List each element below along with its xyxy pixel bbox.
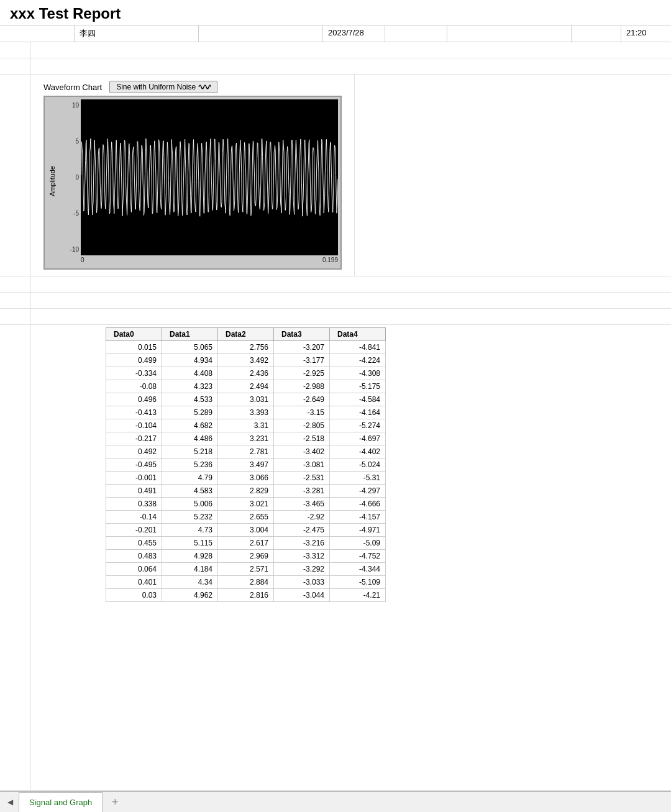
table-data-cell: -3.033 bbox=[274, 576, 330, 589]
table-data-cell: 0.499 bbox=[106, 354, 162, 367]
table-data-cell: 4.934 bbox=[162, 354, 218, 367]
table-data-cell: 4.533 bbox=[162, 393, 218, 406]
table-data-cell: 5.232 bbox=[162, 511, 218, 524]
waveform-label: Waveform Chart bbox=[43, 83, 102, 92]
tab-sheet-label: Signal and Graph bbox=[29, 798, 92, 807]
table-data-cell: 3.497 bbox=[218, 458, 274, 472]
waveform-canvas-area bbox=[81, 99, 338, 255]
table-data-cell: 2.756 bbox=[218, 341, 274, 354]
table-data-cell: 4.486 bbox=[162, 432, 218, 445]
table-data-cell: -3.216 bbox=[274, 537, 330, 550]
spreadsheet-area: 李四 2023/7/28 21:20 Waveform Chart Sine w… bbox=[0, 25, 671, 791]
chart-row: Waveform Chart Sine with Uniform Noise A… bbox=[0, 75, 671, 276]
table-data-cell: 3.492 bbox=[218, 354, 274, 367]
table-data-cell: -5.175 bbox=[330, 380, 386, 393]
waveform-canvas bbox=[81, 99, 338, 255]
table-data-cell: 4.34 bbox=[162, 576, 218, 589]
table-data-cell: -4.344 bbox=[330, 563, 386, 576]
table-data-row: -0.145.2322.655-2.92-4.157 bbox=[106, 511, 386, 524]
table-body: 0.0155.0652.756-3.207-4.8410.4994.9343.4… bbox=[106, 341, 386, 602]
table-data-cell: 2.655 bbox=[218, 511, 274, 524]
table-data-cell: -0.08 bbox=[106, 380, 162, 393]
table-data-cell: 2.884 bbox=[218, 576, 274, 589]
sine-wave-icon bbox=[198, 83, 211, 91]
data-table-wrapper: Data0Data1Data2Data3Data4 0.0155.0652.75… bbox=[31, 325, 386, 602]
table-data-cell: 5.065 bbox=[162, 341, 218, 354]
empty-cell-4 bbox=[447, 25, 572, 42]
table-data-cell: 5.218 bbox=[162, 445, 218, 458]
table-data-cell: 4.408 bbox=[162, 367, 218, 380]
y-ticks: 10 5 0 -5 -10 bbox=[58, 99, 81, 255]
empty-cell-1 bbox=[0, 25, 75, 42]
table-data-cell: 0.492 bbox=[106, 445, 162, 458]
table-data-cell: 2.816 bbox=[218, 589, 274, 602]
table-data-cell: -3.081 bbox=[274, 458, 330, 472]
table-data-row: 0.4555.1152.617-3.216-5.09 bbox=[106, 537, 386, 550]
empty-cell-2 bbox=[199, 25, 323, 42]
table-data-row: 0.0155.0652.756-3.207-4.841 bbox=[106, 341, 386, 354]
table-col-header: Data0 bbox=[106, 328, 162, 341]
time-value: 21:20 bbox=[621, 25, 671, 42]
table-data-row: 0.034.9622.816-3.044-4.21 bbox=[106, 589, 386, 602]
table-data-cell: -3.465 bbox=[274, 498, 330, 511]
table-data-row: 0.4964.5333.031-2.649-4.584 bbox=[106, 393, 386, 406]
table-data-cell: 3.393 bbox=[218, 406, 274, 419]
tab-bar: ◀ Signal and Graph + bbox=[0, 791, 671, 812]
table-data-cell: 2.829 bbox=[218, 485, 274, 498]
table-data-cell: 4.73 bbox=[162, 524, 218, 537]
x-axis-row: 0 0.199 bbox=[58, 257, 338, 263]
table-data-cell: 2.436 bbox=[218, 367, 274, 380]
table-data-cell: -4.224 bbox=[330, 354, 386, 367]
table-data-cell: -4.164 bbox=[330, 406, 386, 419]
y-axis-label: Amplitude bbox=[47, 99, 57, 263]
chart-frame: Amplitude 10 5 0 -5 -10 bbox=[43, 96, 342, 270]
table-data-cell: 3.066 bbox=[218, 472, 274, 485]
spacer-row-2 bbox=[0, 293, 671, 309]
table-data-cell: -5.09 bbox=[330, 537, 386, 550]
empty-row-2 bbox=[0, 58, 671, 75]
waveform-chart: Waveform Chart Sine with Uniform Noise A… bbox=[43, 81, 342, 270]
table-data-cell: -4.666 bbox=[330, 498, 386, 511]
table-data-cell: 3.031 bbox=[218, 393, 274, 406]
table-data-cell: -3.402 bbox=[274, 445, 330, 458]
table-data-cell: -3.281 bbox=[274, 485, 330, 498]
table-data-cell: -4.752 bbox=[330, 550, 386, 563]
table-data-cell: 3.31 bbox=[218, 419, 274, 432]
x-end: 0.199 bbox=[322, 257, 338, 263]
chart-plot-area: 10 5 0 -5 -10 bbox=[58, 99, 338, 255]
tab-prev-button[interactable]: ◀ bbox=[2, 792, 17, 812]
y-tick-5: 5 bbox=[58, 138, 81, 145]
signal-type-button[interactable]: Sine with Uniform Noise bbox=[109, 81, 217, 93]
signal-type-label: Sine with Uniform Noise bbox=[116, 83, 196, 91]
table-data-cell: -5.024 bbox=[330, 458, 386, 472]
table-data-cell: -4.21 bbox=[330, 589, 386, 602]
table-data-cell: -2.518 bbox=[274, 432, 330, 445]
table-data-cell: 2.571 bbox=[218, 563, 274, 576]
table-data-row: 0.3385.0063.021-3.465-4.666 bbox=[106, 498, 386, 511]
table-data-cell: -3.292 bbox=[274, 563, 330, 576]
y-tick-n10: -10 bbox=[58, 246, 81, 253]
table-data-cell: 4.184 bbox=[162, 563, 218, 576]
table-data-cell: -0.104 bbox=[106, 419, 162, 432]
table-data-row: -0.4955.2363.497-3.081-5.024 bbox=[106, 458, 386, 472]
table-data-cell: 4.682 bbox=[162, 419, 218, 432]
table-data-cell: 4.79 bbox=[162, 472, 218, 485]
table-data-cell: 3.231 bbox=[218, 432, 274, 445]
table-data-cell: 0.03 bbox=[106, 589, 162, 602]
table-data-cell: -2.805 bbox=[274, 419, 330, 432]
y-tick-0: 0 bbox=[58, 174, 81, 181]
spacer-row-1 bbox=[0, 276, 671, 293]
tab-signal-graph[interactable]: Signal and Graph bbox=[19, 792, 103, 812]
table-data-cell: -3.044 bbox=[274, 589, 330, 602]
table-data-cell: -4.697 bbox=[330, 432, 386, 445]
table-col-header: Data2 bbox=[218, 328, 274, 341]
data-table: Data0Data1Data2Data3Data4 0.0155.0652.75… bbox=[106, 327, 386, 602]
report-title: xxx Test Report bbox=[0, 0, 671, 25]
tab-add-button[interactable]: + bbox=[106, 792, 124, 812]
table-data-cell: -3.177 bbox=[274, 354, 330, 367]
empty-cell-5 bbox=[572, 25, 621, 42]
table-data-cell: -3.312 bbox=[274, 550, 330, 563]
table-data-row: -0.0014.793.066-2.531-5.31 bbox=[106, 472, 386, 485]
table-data-cell: -4.971 bbox=[330, 524, 386, 537]
table-data-cell: 0.455 bbox=[106, 537, 162, 550]
